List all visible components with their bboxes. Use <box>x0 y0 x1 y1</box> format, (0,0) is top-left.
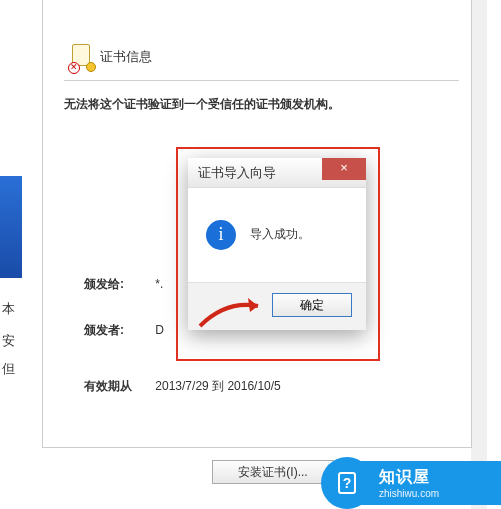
svg-text:?: ? <box>343 475 352 491</box>
certificate-warning-text: 无法将这个证书验证到一个受信任的证书颁发机构。 <box>64 96 340 113</box>
close-icon: × <box>340 160 348 175</box>
issued-by-value: D <box>155 323 164 337</box>
certificate-title: 证书信息 <box>100 48 152 66</box>
import-wizard-dialog: 证书导入向导 × i 导入成功。 确定 <box>188 158 366 330</box>
watermark-logo-icon: ? <box>321 457 373 509</box>
dialog-message: 导入成功。 <box>250 226 310 243</box>
left-blue-block <box>0 176 22 278</box>
watermark-brand: 知识屋 <box>379 467 501 488</box>
valid-period-value: 2013/7/29 到 2016/10/5 <box>155 378 280 395</box>
watermark-url: zhishiwu.com <box>379 488 501 499</box>
divider <box>64 80 459 81</box>
valid-period-label: 有效期从 <box>84 378 144 395</box>
info-icon: i <box>206 220 236 250</box>
install-certificate-button[interactable]: 安装证书(I)... <box>212 460 334 484</box>
issued-to-row: 颁发给: *. <box>84 276 163 293</box>
valid-period-row: 有效期从 2013/7/29 到 2016/10/5 <box>84 378 281 395</box>
issued-by-row: 颁发者: D <box>84 322 164 339</box>
left-vertical-strip: 本 安 但 <box>0 0 22 509</box>
issued-to-value: *. <box>155 277 163 291</box>
certificate-error-icon <box>72 44 94 70</box>
issued-by-label: 颁发者: <box>84 322 144 339</box>
close-button[interactable]: × <box>322 158 366 180</box>
ok-button[interactable]: 确定 <box>272 293 352 317</box>
truncated-text-2: 安 <box>2 332 15 350</box>
dialog-body: i 导入成功。 <box>188 188 366 282</box>
scrollbar-strip[interactable] <box>471 0 487 509</box>
issued-to-label: 颁发给: <box>84 276 144 293</box>
truncated-text-3: 但 <box>2 360 15 378</box>
watermark: ? 知识屋 zhishiwu.com <box>321 457 501 509</box>
dialog-footer: 确定 <box>188 282 366 330</box>
truncated-text-1: 本 <box>2 300 15 318</box>
dialog-title-text: 证书导入向导 <box>198 165 276 180</box>
dialog-titlebar[interactable]: 证书导入向导 × <box>188 158 366 188</box>
